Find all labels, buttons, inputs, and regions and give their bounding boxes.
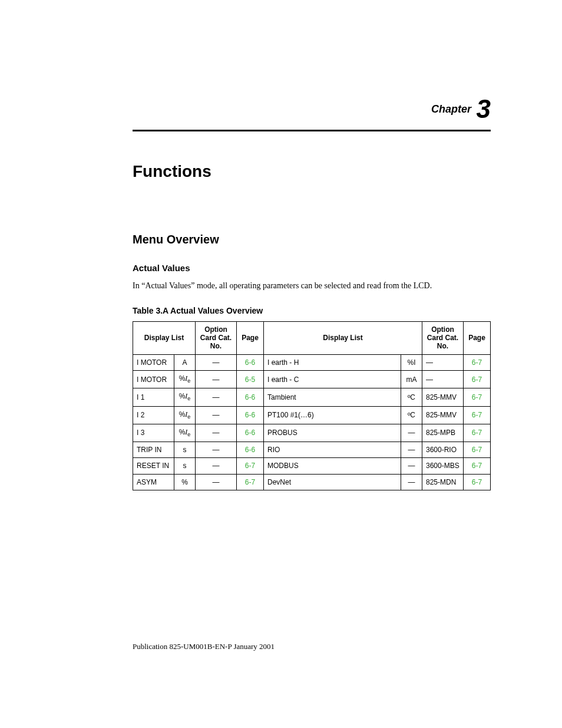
cell-opt: — [196,474,237,490]
cell-unit: — [401,424,422,442]
cell-name: RESET IN [133,458,174,474]
cell-opt: 825-MMV [422,406,464,424]
cell-opt: 825-MDN [422,474,464,490]
table-row: TRIP INs—6-6RIO—3600-RIO6-7 [133,442,491,457]
cell-name: I earth - C [264,371,401,388]
chapter-label: Chapter [431,103,471,115]
cell-name: I MOTOR [133,354,174,370]
cell-page-link[interactable]: 6-7 [464,474,491,490]
divider [133,130,491,131]
cell-page-link[interactable]: 6-7 [464,424,491,442]
cell-unit: ºC [401,406,422,424]
cell-page-link[interactable]: 6-7 [464,458,491,474]
cell-name: ASYM [133,474,174,490]
cell-unit: %I [401,354,422,370]
table-row: I 3%Ie—6-6PROBUS—825-MPB6-7 [133,424,491,442]
cell-opt: — [196,424,237,442]
table-row: I MOTOR%Ie—6-5I earth - CmA—6-7 [133,371,491,388]
cell-page-link[interactable]: 6-6 [237,442,264,457]
cell-page-link[interactable]: 6-7 [464,388,491,406]
cell-name: I earth - H [264,354,401,370]
cell-unit: %Ie [174,406,196,424]
intro-text: In “Actual Values” mode, all operating p… [133,280,491,292]
cell-opt: 825-MMV [422,388,464,406]
cell-unit: %Ie [174,424,196,442]
cell-page-link[interactable]: 6-7 [464,371,491,388]
publication-footer: Publication 825-UM001B-EN-P January 2001 [133,642,275,651]
cell-opt: — [196,371,237,388]
cell-unit: — [401,474,422,490]
cell-unit: mA [401,371,422,388]
cell-name: I 1 [133,388,174,406]
cell-unit: s [174,458,196,474]
col-display-list-right: Display List [264,321,422,354]
table-row: ASYM%—6-7DevNet—825-MDN6-7 [133,474,491,490]
col-option-card-left: Option Card Cat. No. [196,321,237,354]
cell-name: Tambient [264,388,401,406]
table-row: RESET INs—6-7MODBUS—3600-MBS6-7 [133,458,491,474]
cell-page-link[interactable]: 6-6 [237,388,264,406]
col-page-left: Page [237,321,264,354]
table-row: I 2%Ie—6-6PT100 #1(…6)ºC825-MMV6-7 [133,406,491,424]
cell-name: I 3 [133,424,174,442]
cell-page-link[interactable]: 6-7 [464,442,491,457]
cell-name: I MOTOR [133,371,174,388]
section-heading: Menu Overview [133,233,491,246]
cell-name: MODBUS [264,458,401,474]
actual-values-table: Display List Option Card Cat. No. Page D… [133,321,491,490]
cell-opt: 3600-MBS [422,458,464,474]
chapter-header: Chapter 3 [133,94,491,124]
cell-opt: — [422,354,464,370]
cell-unit: %Ie [174,388,196,406]
cell-unit: %Ie [174,371,196,388]
cell-page-link[interactable]: 6-7 [464,406,491,424]
cell-page-link[interactable]: 6-5 [237,371,264,388]
cell-name: DevNet [264,474,401,490]
cell-page-link[interactable]: 6-6 [237,406,264,424]
cell-unit: — [401,458,422,474]
cell-page-link[interactable]: 6-6 [237,354,264,370]
cell-name: I 2 [133,406,174,424]
cell-name: TRIP IN [133,442,174,457]
cell-page-link[interactable]: 6-7 [237,474,264,490]
cell-unit: ºC [401,388,422,406]
cell-opt: — [422,371,464,388]
cell-page-link[interactable]: 6-7 [237,458,264,474]
cell-unit: — [401,442,422,457]
subsection-heading: Actual Values [133,263,491,273]
cell-opt: — [196,388,237,406]
cell-unit: % [174,474,196,490]
cell-opt: 3600-RIO [422,442,464,457]
cell-page-link[interactable]: 6-7 [464,354,491,370]
page-title: Functions [133,162,491,181]
cell-opt: 825-MPB [422,424,464,442]
cell-opt: — [196,442,237,457]
col-page-right: Page [464,321,491,354]
table-row: I MOTORA—6-6I earth - H%I—6-7 [133,354,491,370]
cell-unit: s [174,442,196,457]
cell-unit: A [174,354,196,370]
cell-name: PT100 #1(…6) [264,406,401,424]
col-display-list-left: Display List [133,321,196,354]
table-caption: Table 3.A Actual Values Overview [133,306,491,315]
cell-page-link[interactable]: 6-6 [237,424,264,442]
table-row: I 1%Ie—6-6TambientºC825-MMV6-7 [133,388,491,406]
cell-name: RIO [264,442,401,457]
col-option-card-right: Option Card Cat. No. [422,321,464,354]
chapter-number: 3 [477,94,491,123]
cell-opt: — [196,406,237,424]
cell-name: PROBUS [264,424,401,442]
cell-opt: — [196,458,237,474]
cell-opt: — [196,354,237,370]
